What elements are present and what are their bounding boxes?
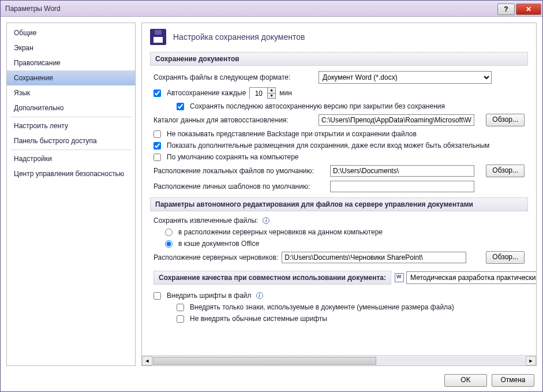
radio-server-drafts[interactable] <box>165 229 173 236</box>
main-panel: Настройка сохранения документов Сохранен… <box>141 23 537 366</box>
label-embed-used-only: Внедрять только знаки, используемые в до… <box>190 303 454 311</box>
sidebar-item-proofing[interactable]: Правописание <box>7 55 135 70</box>
sidebar-item-general[interactable]: Общие <box>7 25 135 40</box>
label-local-files: Расположение локальных файлов по умолчан… <box>153 167 327 175</box>
sidebar-item-trust-center[interactable]: Центр управления безопасностью <box>7 166 135 181</box>
row-save-format: Сохранять файлы в следующем формате: Док… <box>150 69 528 85</box>
checkbox-no-backstage[interactable] <box>153 130 161 138</box>
row-embed-fonts: Внедрить шрифты в файл i <box>150 290 528 301</box>
row-local-files-path: Расположение локальных файлов по умолчан… <box>150 163 528 179</box>
scroll-left-icon[interactable]: ◄ <box>142 356 152 365</box>
sidebar-item-language[interactable]: Язык <box>7 85 135 100</box>
label-autorecover-path: Каталог данных для автовосстановления: <box>153 116 315 124</box>
scroll-right-icon[interactable]: ► <box>526 356 536 365</box>
label-autosave-unit: мин <box>279 89 292 97</box>
sidebar-separator <box>10 117 132 117</box>
spin-up-icon[interactable]: ▲ <box>267 88 275 94</box>
row-no-system-fonts: Не внедрять обычные системные шрифты <box>150 313 528 324</box>
window-title: Параметры Word <box>5 5 61 13</box>
label-keep-last: Сохранять последнюю автосохраненную верс… <box>190 102 445 110</box>
close-button[interactable]: ✕ <box>516 3 541 15</box>
row-server-drafts-path: Расположение серверных черновиков: Обзор… <box>150 249 528 266</box>
input-server-drafts-path[interactable] <box>282 252 466 263</box>
radio-office-cache[interactable] <box>165 240 173 248</box>
row-autosave: Автосохранение каждые ▲▼ мин <box>150 85 528 100</box>
label-server-drafts-path: Расположение серверных черновиков: <box>153 253 278 262</box>
save-diskette-icon <box>150 29 166 45</box>
checkbox-save-local-default[interactable] <box>153 154 161 161</box>
label-save-local-default: По умолчанию сохранять на компьютере <box>167 153 299 161</box>
label-save-format: Сохранять файлы в следующем формате: <box>153 73 315 81</box>
row-radio-office-cache: в кэше документов Office <box>150 238 528 249</box>
checkbox-autosave[interactable] <box>153 89 161 97</box>
label-radio-server-drafts: в расположении серверных черновиков на д… <box>178 228 383 236</box>
browse-autorecover-button[interactable]: Обзор... <box>486 114 525 126</box>
titlebar: Параметры Word ? ✕ <box>1 1 542 17</box>
label-embed-fonts: Внедрить шрифты в файл <box>167 292 252 300</box>
word-doc-icon <box>395 273 404 282</box>
checkbox-no-system-fonts[interactable] <box>177 315 184 323</box>
page-title: Настройка сохранения документов <box>173 32 305 42</box>
info-icon[interactable]: i <box>263 217 269 224</box>
section-save-documents: Сохранение документов <box>150 52 528 66</box>
browse-local-files-button[interactable]: Обзор... <box>486 165 525 177</box>
window-controls: ? ✕ <box>497 2 542 15</box>
info-icon[interactable]: i <box>256 292 263 299</box>
section-fidelity: Сохранение качества при совместном испол… <box>153 271 391 285</box>
options-dialog: Параметры Word ? ✕ Общие Экран Правописа… <box>0 0 543 392</box>
section-offline-editing: Параметры автономного редактирования для… <box>150 197 528 211</box>
checkbox-embed-used-only[interactable] <box>177 304 184 311</box>
sidebar-item-quick-access[interactable]: Панель быстрого доступа <box>7 133 135 148</box>
label-checked-out: Сохранять извлеченные файлы: <box>153 216 258 225</box>
scroll-thumb[interactable] <box>153 357 376 365</box>
category-sidebar: Общие Экран Правописание Сохранение Язык… <box>6 23 136 366</box>
input-local-files-path[interactable] <box>330 165 474 177</box>
row-save-local-default: По умолчанию сохранять на компьютере <box>150 151 528 163</box>
label-personal-templates: Расположение личных шаблонов по умолчани… <box>153 182 327 191</box>
label-radio-office-cache: в кэше документов Office <box>178 240 259 248</box>
spinner-autosave-minutes[interactable]: ▲▼ <box>249 87 276 99</box>
help-button[interactable]: ? <box>497 3 515 15</box>
row-radio-server-drafts: в расположении серверных черновиков на д… <box>150 226 528 238</box>
sidebar-separator <box>10 150 132 150</box>
cancel-button[interactable]: Отмена <box>492 374 534 387</box>
checkbox-extra-locations[interactable] <box>153 142 161 150</box>
row-keep-last: Сохранять последнюю автосохраненную верс… <box>150 100 528 112</box>
sidebar-item-save[interactable]: Сохранение <box>7 70 135 85</box>
dialog-footer: OK Отмена <box>1 369 542 391</box>
row-autorecover-path: Каталог данных для автовосстановления: О… <box>150 112 528 128</box>
horizontal-scrollbar[interactable]: ◄ ► <box>142 355 536 365</box>
sidebar-item-customize-ribbon[interactable]: Настроить ленту <box>7 118 135 133</box>
main-scroll[interactable]: Настройка сохранения документов Сохранен… <box>142 23 536 355</box>
label-no-system-fonts: Не внедрять обычные системные шрифты <box>190 315 327 323</box>
row-personal-templates: Расположение личных шаблонов по умолчани… <box>150 179 528 194</box>
row-no-backstage: Не показывать представление Backstage пр… <box>150 128 528 140</box>
sidebar-item-addins[interactable]: Надстройки <box>7 151 135 166</box>
page-header: Настройка сохранения документов <box>150 29 528 45</box>
row-embed-used-only: Внедрять только знаки, используемые в до… <box>150 301 528 313</box>
input-personal-templates[interactable] <box>330 181 474 192</box>
checkbox-keep-last-autosaved[interactable] <box>177 103 184 110</box>
scroll-track[interactable] <box>153 357 525 365</box>
label-extra-locations: Показать дополнительные размещения для с… <box>167 141 489 150</box>
spin-down-icon[interactable]: ▼ <box>267 94 275 99</box>
input-autorecover-path[interactable] <box>319 114 474 126</box>
row-checked-out-label: Сохранять извлеченные файлы: i <box>150 215 528 226</box>
sidebar-item-advanced[interactable]: Дополнительно <box>7 100 135 115</box>
label-no-backstage: Не показывать представление Backstage пр… <box>167 130 417 138</box>
sidebar-item-display[interactable]: Экран <box>7 40 135 55</box>
browse-server-drafts-button[interactable]: Обзор... <box>486 251 525 264</box>
label-autosave: Автосохранение каждые <box>167 89 246 97</box>
input-autosave-value[interactable] <box>250 88 267 99</box>
select-save-format[interactable]: Документ Word (*.docx) <box>319 71 492 84</box>
ok-button[interactable]: OK <box>444 374 487 387</box>
dialog-body: Общие Экран Правописание Сохранение Язык… <box>1 17 542 369</box>
row-extra-locations: Показать дополнительные размещения для с… <box>150 140 528 151</box>
select-fidelity-document[interactable]: Методическая разработка практических ... <box>406 271 536 284</box>
checkbox-embed-fonts[interactable] <box>153 292 161 300</box>
row-section-fidelity: Сохранение качества при совместном испол… <box>150 266 528 290</box>
